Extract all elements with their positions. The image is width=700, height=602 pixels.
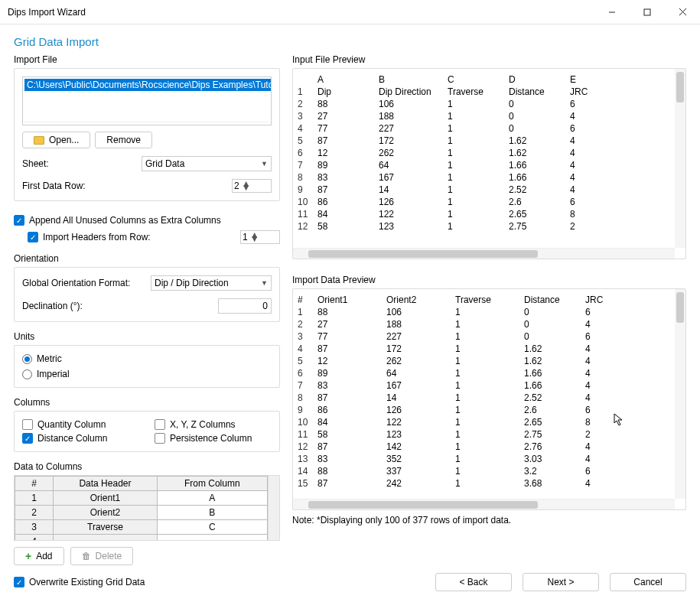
distance-column-checkbox[interactable]: ✓ — [22, 433, 33, 444]
table-row[interactable]: 158724213.684 — [295, 477, 673, 490]
d2c-col-from: From Column — [157, 477, 267, 491]
spinner-icon[interactable]: ▲▼ — [250, 233, 259, 241]
d2c-row[interactable]: 1Orient1A — [15, 491, 268, 506]
import-preview-vscroll[interactable] — [675, 289, 685, 499]
input-file-preview: Input File Preview ABCDE 1DipDip Directi… — [292, 54, 686, 259]
close-button[interactable] — [665, 0, 700, 24]
import-preview-note: Note: *Displaying only 100 of 377 rows o… — [292, 515, 686, 526]
data-to-columns-table[interactable]: # Data Header From Column 1Orient1A2Orie… — [15, 476, 268, 541]
add-button-label: Add — [36, 551, 52, 561]
units-group: Units Metric Imperial — [14, 331, 280, 388]
metric-label: Metric — [37, 353, 62, 364]
import-headers-row-input[interactable]: 1▲▼ — [240, 230, 280, 244]
next-button[interactable]: Next > — [523, 573, 599, 591]
metric-radio[interactable] — [22, 354, 32, 364]
remove-button-label: Remove — [106, 135, 141, 145]
xyz-columns-checkbox[interactable] — [155, 419, 165, 430]
sheet-label: Sheet: — [22, 158, 135, 169]
table-row[interactable]: 188106106 — [295, 306, 673, 318]
table-row[interactable]: 48717211.624 — [295, 343, 673, 355]
table-row[interactable]: 6896411.664 — [295, 367, 673, 379]
columns-label: Columns — [14, 397, 280, 408]
page-title: Grid Data Import — [0, 24, 700, 54]
columns-group: Columns Quantity Column X, Y, Z Columns … — [14, 397, 280, 452]
input-preview-table[interactable]: ABCDE 1DipDip DirectionTraverseDistanceJ… — [295, 73, 673, 233]
trash-icon: 🗑 — [82, 551, 91, 561]
import-preview-table[interactable]: #Orient1Orient2TraverseDistanceJRC 18810… — [295, 294, 673, 490]
quantity-column-checkbox[interactable] — [22, 419, 33, 430]
d2c-row[interactable]: 2Orient2B — [15, 506, 268, 520]
import-preview-hscroll[interactable] — [293, 499, 675, 509]
persistence-column-checkbox[interactable] — [155, 433, 165, 444]
imperial-radio[interactable] — [22, 369, 32, 379]
table-row[interactable]: 138335213.034 — [295, 453, 673, 465]
delete-button[interactable]: 🗑Delete — [70, 547, 134, 565]
d2c-col-header: Data Header — [54, 477, 158, 491]
table-row[interactable]: 288106106 — [295, 98, 673, 110]
table-row[interactable]: 148833713.26 — [295, 465, 673, 477]
imperial-label: Imperial — [37, 369, 70, 379]
plus-icon: + — [25, 550, 31, 562]
sheet-value: Grid Data — [145, 158, 184, 169]
remove-button[interactable]: Remove — [95, 132, 152, 148]
orientation-format-value: Dip / Dip Direction — [155, 278, 229, 288]
overwrite-checkbox[interactable]: ✓ — [14, 577, 24, 587]
table-row[interactable]: 128714212.764 — [295, 441, 673, 453]
table-row[interactable]: 227188104 — [295, 318, 673, 330]
add-button[interactable]: +Add — [14, 547, 64, 565]
table-row[interactable]: 88316711.664 — [295, 171, 673, 184]
table-row[interactable]: 9871412.524 — [295, 184, 673, 196]
d2c-row[interactable]: 4 — [15, 535, 268, 542]
maximize-button[interactable] — [630, 0, 665, 24]
cancel-button[interactable]: Cancel — [610, 573, 686, 591]
table-row[interactable]: 477227106 — [295, 122, 673, 135]
table-row[interactable]: 118412212.658 — [295, 208, 673, 220]
persistence-column-label: Persistence Column — [170, 433, 252, 444]
sheet-select[interactable]: Grid Data▼ — [142, 156, 272, 171]
svg-rect-1 — [644, 9, 650, 15]
orientation-label: Orientation — [14, 253, 280, 264]
append-columns-checkbox[interactable]: ✓ — [14, 215, 24, 226]
data-to-columns-label: Data to Columns — [14, 461, 280, 472]
table-row[interactable]: 125812312.752 — [295, 220, 673, 233]
declination-input[interactable] — [218, 298, 272, 314]
table-row[interactable]: 61226211.624 — [295, 147, 673, 159]
back-button[interactable]: < Back — [435, 573, 512, 591]
table-row[interactable]: 7896411.664 — [295, 159, 673, 171]
titlebar: Dips Import Wizard — [0, 0, 700, 24]
table-row[interactable]: 377227106 — [295, 330, 673, 343]
data-to-columns-group: Data to Columns # Data Header From Colum… — [14, 461, 280, 565]
open-button[interactable]: Open... — [22, 132, 90, 148]
table-row[interactable]: 108412212.658 — [295, 416, 673, 428]
filepath-hscroll[interactable] — [24, 122, 269, 125]
units-label: Units — [14, 331, 280, 342]
window-title: Dips Import Wizard — [8, 7, 594, 18]
filepath-selected[interactable]: C:\Users\Public\Documents\Rocscience\Dip… — [24, 79, 272, 91]
filepath-list[interactable]: C:\Users\Public\Documents\Rocscience\Dip… — [22, 76, 272, 125]
overwrite-label: Overwrite Existing Grid Data — [29, 577, 145, 587]
d2c-vscroll[interactable] — [268, 476, 279, 540]
table-row[interactable]: 51226211.624 — [295, 355, 673, 367]
quantity-column-label: Quantity Column — [37, 419, 106, 430]
import-headers-checkbox[interactable]: ✓ — [28, 232, 38, 242]
import-file-label: Import File — [14, 54, 280, 65]
table-row[interactable]: 1DipDip DirectionTraverseDistanceJRC — [295, 86, 673, 98]
input-preview-hscroll[interactable] — [293, 248, 675, 259]
delete-button-label: Delete — [96, 551, 122, 561]
input-preview-vscroll[interactable] — [675, 69, 685, 248]
first-data-row-input[interactable]: 2▲▼ — [232, 179, 272, 193]
d2c-row[interactable]: 3TraverseC — [15, 520, 268, 535]
minimize-button[interactable] — [594, 0, 630, 24]
table-row[interactable]: 8871412.524 — [295, 392, 673, 404]
spinner-icon[interactable]: ▲▼ — [242, 182, 251, 190]
table-row[interactable]: 108612612.66 — [295, 196, 673, 208]
d2c-col-num: # — [15, 477, 54, 491]
first-data-row-value: 2 — [234, 181, 239, 191]
table-row[interactable]: 58717211.624 — [295, 135, 673, 147]
table-row[interactable]: 78316711.664 — [295, 379, 673, 392]
table-row[interactable]: 115812312.752 — [295, 428, 673, 441]
table-row[interactable]: 327188104 — [295, 110, 673, 122]
orientation-format-select[interactable]: Dip / Dip Direction▼ — [151, 275, 272, 291]
import-data-preview-label: Import Data Preview — [292, 275, 686, 285]
table-row[interactable]: 98612612.66 — [295, 404, 673, 416]
